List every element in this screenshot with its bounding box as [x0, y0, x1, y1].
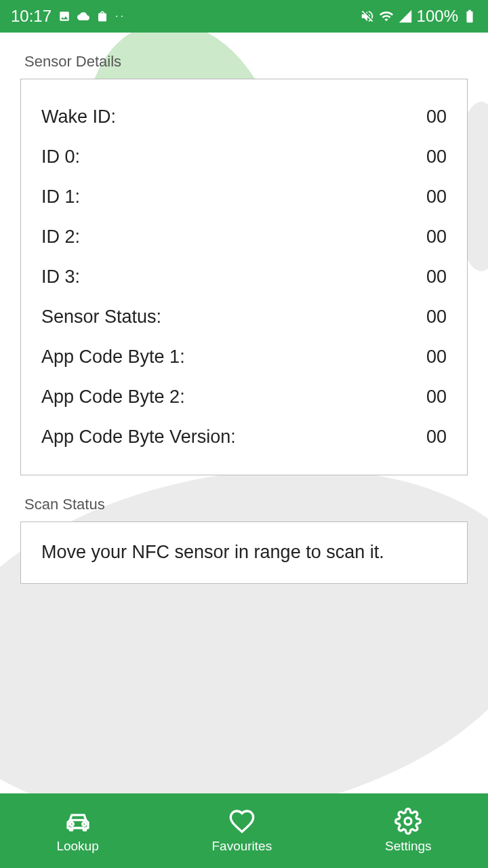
detail-row: Wake ID:00: [41, 97, 447, 137]
detail-label: Wake ID:: [41, 106, 116, 127]
detail-value: 00: [426, 186, 447, 208]
gear-icon: [394, 808, 422, 835]
detail-label: App Code Byte 2:: [41, 387, 185, 408]
detail-value: 00: [426, 226, 447, 248]
scan-status-card: Move your NFC sensor in range to scan it…: [20, 521, 468, 584]
detail-value: 00: [426, 146, 447, 167]
detail-label: ID 3:: [41, 267, 80, 288]
detail-row: ID 3:00: [41, 257, 447, 297]
detail-label: App Code Byte 1:: [41, 347, 185, 368]
nav-lookup[interactable]: Lookup: [56, 808, 98, 854]
detail-label: Sensor Status:: [41, 307, 161, 328]
bottom-nav: Lookup Favourites Settings: [0, 793, 488, 868]
detail-row: ID 1:00: [41, 177, 447, 217]
signal-icon: [398, 9, 413, 24]
wifi-icon: [379, 9, 394, 24]
detail-row: Sensor Status:00: [41, 297, 447, 337]
nav-settings[interactable]: Settings: [385, 808, 432, 854]
detail-label: ID 2:: [41, 226, 80, 248]
detail-label: App Code Byte Version:: [41, 427, 236, 448]
battery-icon: [462, 9, 477, 24]
nav-settings-label: Settings: [385, 839, 432, 854]
detail-row: ID 2:00: [41, 217, 447, 257]
more-icon: ··: [115, 10, 125, 22]
detail-row: App Code Byte Version:00: [41, 417, 447, 457]
nav-favourites-label: Favourites: [211, 839, 272, 854]
detail-label: ID 1:: [41, 186, 80, 208]
battery-percent: 100%: [417, 7, 458, 26]
detail-value: 00: [426, 267, 447, 288]
scan-status-message: Move your NFC sensor in range to scan it…: [41, 540, 447, 566]
nav-lookup-label: Lookup: [56, 839, 98, 854]
detail-label: ID 0:: [41, 146, 80, 167]
detail-value: 00: [426, 427, 447, 448]
status-bar: 10:17 ·· 100%: [0, 0, 488, 33]
mute-icon: [360, 9, 375, 24]
svg-point-0: [405, 818, 411, 825]
detail-value: 00: [426, 387, 447, 408]
car-icon: [64, 808, 92, 835]
nav-favourites[interactable]: Favourites: [211, 808, 272, 854]
scan-status-title: Scan Status: [24, 496, 468, 513]
image-icon: [58, 10, 70, 22]
sensor-details-title: Sensor Details: [24, 53, 468, 71]
status-time: 10:17: [11, 7, 52, 26]
heart-icon: [228, 808, 256, 835]
detail-row: App Code Byte 2:00: [41, 377, 447, 417]
detail-value: 00: [426, 307, 447, 328]
detail-row: ID 0:00: [41, 137, 447, 177]
detail-value: 00: [426, 106, 447, 127]
cloud-icon: [77, 10, 89, 22]
detail-value: 00: [426, 347, 447, 368]
detail-row: App Code Byte 1:00: [41, 337, 447, 377]
bag-icon: [96, 10, 108, 22]
sensor-details-card: Wake ID:00ID 0:00ID 1:00ID 2:00ID 3:00Se…: [20, 79, 468, 475]
